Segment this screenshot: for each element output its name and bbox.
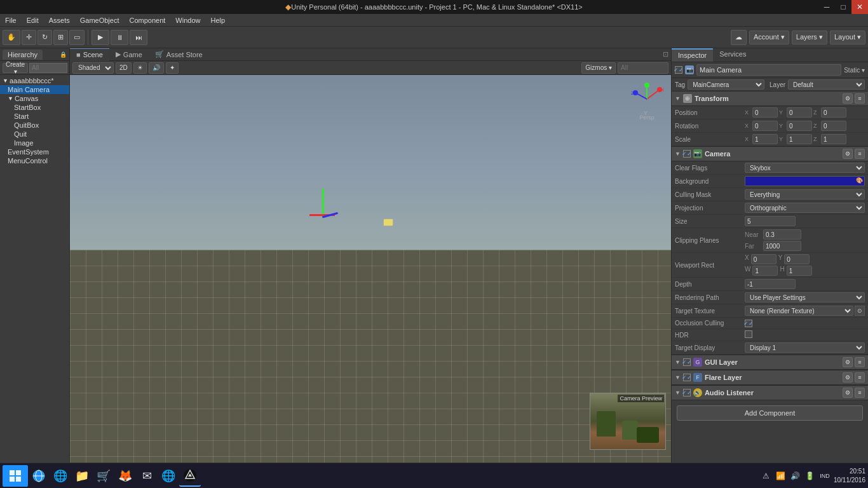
pos-z-input[interactable] — [821, 107, 846, 118]
hier-item-image[interactable]: Image — [0, 139, 69, 147]
projection-select[interactable]: Orthographic — [745, 203, 865, 213]
far-input[interactable] — [763, 241, 801, 251]
tray-notification-icon[interactable]: ⚠ — [760, 470, 773, 482]
background-color-swatch[interactable]: 🎨 — [745, 176, 865, 186]
hier-item-menucontrol[interactable]: MenuControl — [0, 156, 69, 165]
rot-y-input[interactable] — [787, 121, 812, 131]
hierarchy-tab[interactable]: Hierarchy — [3, 50, 43, 60]
camera-enabled-checkbox[interactable]: ✓ — [683, 150, 691, 158]
culling-mask-select[interactable]: Everything — [745, 189, 865, 200]
flare-layer-checkbox[interactable]: ✓ — [683, 374, 691, 381]
occlusion-culling-checkbox[interactable]: ✓ — [745, 320, 752, 327]
menu-window[interactable]: Window — [170, 15, 205, 25]
step-button[interactable]: ⏭ — [130, 30, 147, 45]
menu-component[interactable]: Component — [124, 15, 170, 25]
hier-item-maincamera[interactable]: Main Camera — [0, 85, 69, 94]
flare-layer-menu-icon[interactable]: ≡ — [855, 372, 865, 383]
audio-listener-settings-icon[interactable]: ⚙ — [843, 388, 853, 398]
scene-view[interactable]: Y X Z Persp Camera Preview — [70, 75, 671, 463]
menu-file[interactable]: File — [0, 15, 22, 25]
target-texture-select[interactable]: None (Render Texture) — [745, 306, 853, 316]
tray-network-icon[interactable]: 📶 — [775, 470, 787, 482]
near-input[interactable] — [763, 229, 801, 240]
lights-btn[interactable]: ☀ — [133, 62, 147, 74]
tab-inspector[interactable]: Inspector — [672, 48, 713, 62]
add-component-button[interactable]: Add Component — [677, 405, 863, 421]
layout-dropdown[interactable]: Layout ▾ — [830, 30, 865, 44]
scale-z-input[interactable] — [821, 134, 846, 144]
hierarchy-create-btn[interactable]: Create ▾ — [3, 63, 28, 73]
depth-input[interactable] — [745, 279, 796, 289]
vp-h-input[interactable] — [787, 266, 812, 276]
hier-item-eventsystem[interactable]: EventSystem — [0, 147, 69, 156]
flare-layer-section-header[interactable]: ▼ ✓ F Flare Layer ⚙ ≡ — [672, 370, 868, 385]
tray-battery-icon[interactable]: 🔋 — [804, 470, 817, 482]
taskbar-icon-browser[interactable] — [28, 465, 50, 487]
close-button[interactable]: ✕ — [851, 0, 868, 14]
effects-btn[interactable]: ✦ — [166, 62, 179, 74]
taskbar-icon-store[interactable]: 🛒 — [93, 465, 114, 487]
layer-dropdown[interactable]: Default — [788, 79, 865, 90]
2d-btn[interactable]: 2D — [116, 62, 132, 74]
vp-w-input[interactable] — [752, 266, 778, 276]
size-input[interactable] — [745, 216, 796, 226]
pos-y-input[interactable] — [787, 107, 812, 118]
hdr-checkbox[interactable] — [745, 330, 752, 338]
taskbar-icon-ie[interactable]: 🌐 — [50, 465, 71, 487]
hier-item-root[interactable]: ▼ aaaabbbbccc* — [0, 76, 69, 85]
view-maximize-icon[interactable]: ⊡ — [660, 50, 671, 58]
vp-y-input[interactable] — [784, 254, 810, 264]
tab-game[interactable]: ▶ Game — [109, 48, 149, 61]
gui-layer-settings-icon[interactable]: ⚙ — [843, 357, 853, 367]
vp-x-input[interactable] — [751, 254, 776, 264]
taskbar-icon-firefox[interactable]: 🦊 — [114, 465, 136, 487]
minimize-button[interactable]: ─ — [818, 0, 835, 14]
hierarchy-search[interactable] — [29, 63, 67, 73]
menu-edit[interactable]: Edit — [22, 15, 44, 25]
gui-layer-menu-icon[interactable]: ≡ — [855, 357, 865, 367]
target-texture-pick-icon[interactable]: ⊙ — [855, 306, 865, 316]
audio-listener-menu-icon[interactable]: ≡ — [855, 388, 865, 398]
hier-item-startbox[interactable]: StartBox — [0, 103, 69, 112]
cloud-btn[interactable]: ☁ — [731, 30, 747, 45]
scale-x-input[interactable] — [752, 134, 778, 144]
scene-search[interactable] — [618, 62, 668, 74]
rendering-path-select[interactable]: Use Player Settings — [745, 292, 865, 302]
tab-scene[interactable]: ■ Scene — [70, 48, 109, 61]
start-button[interactable] — [3, 465, 28, 487]
scale-y-input[interactable] — [787, 134, 812, 144]
hand-tool[interactable]: ✋ — [3, 30, 20, 45]
camera-section-header[interactable]: ▼ ✓ 📷 Camera ⚙ ≡ — [672, 146, 868, 161]
gui-layer-checkbox[interactable]: ✓ — [683, 358, 691, 366]
layers-dropdown[interactable]: Layers ▾ — [792, 30, 827, 44]
pause-button[interactable]: ⏸ — [111, 30, 128, 45]
tray-volume-icon[interactable]: 🔊 — [789, 470, 802, 482]
tab-assetstore[interactable]: 🛒 Asset Store — [149, 48, 209, 61]
rotate-tool[interactable]: ↻ — [37, 30, 52, 45]
taskbar-icon-mail[interactable]: ✉ — [136, 465, 158, 487]
camera-settings-icon[interactable]: ⚙ — [843, 149, 853, 159]
play-button[interactable]: ▶ — [92, 30, 109, 45]
taskbar-icon-explorer[interactable]: 📁 — [71, 465, 93, 487]
tag-dropdown[interactable]: MainCamera — [688, 79, 764, 90]
hier-item-canvas[interactable]: ▼ Canvas — [0, 94, 69, 103]
hier-item-quit[interactable]: Quit — [0, 130, 69, 139]
taskbar-icon-chrome[interactable]: 🌐 — [158, 465, 179, 487]
hier-item-start[interactable]: Start — [0, 112, 69, 121]
audio-listener-checkbox[interactable]: ✓ — [683, 389, 691, 396]
pos-x-input[interactable] — [752, 107, 778, 118]
transform-menu-icon[interactable]: ≡ — [855, 93, 865, 104]
object-active-checkbox[interactable]: ✓ — [675, 66, 682, 74]
gui-layer-section-header[interactable]: ▼ ✓ G GUI Layer ⚙ ≡ — [672, 355, 868, 370]
maximize-button[interactable]: □ — [835, 0, 851, 14]
transform-settings-icon[interactable]: ⚙ — [843, 93, 853, 104]
account-dropdown[interactable]: Account ▾ — [749, 30, 789, 44]
rot-x-input[interactable] — [752, 121, 778, 131]
scale-tool[interactable]: ⊞ — [53, 30, 68, 45]
camera-menu-icon[interactable]: ≡ — [855, 149, 865, 159]
menu-assets[interactable]: Assets — [44, 15, 75, 25]
menu-gameobject[interactable]: GameObject — [75, 15, 125, 25]
flare-layer-settings-icon[interactable]: ⚙ — [843, 372, 853, 383]
tab-services[interactable]: Services — [713, 48, 752, 62]
move-tool[interactable]: ✛ — [22, 30, 36, 45]
